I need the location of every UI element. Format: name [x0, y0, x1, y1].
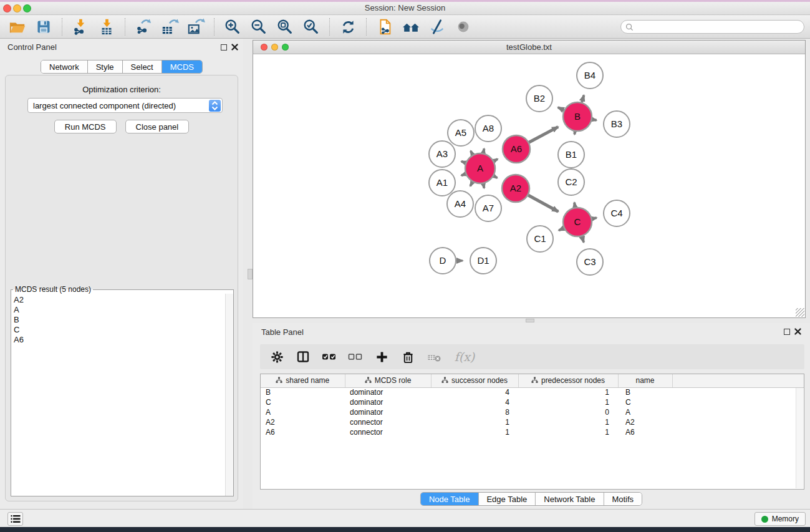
edge-B-B1[interactable] — [574, 132, 575, 135]
node-A7[interactable]: A7 — [475, 195, 501, 221]
network-minimize-traffic-light[interactable] — [271, 44, 278, 51]
edge-A-A2[interactable] — [494, 176, 498, 178]
edge-A-A7[interactable] — [483, 183, 484, 188]
edge-A2-C[interactable] — [528, 195, 558, 211]
memory-button[interactable]: Memory — [755, 512, 806, 526]
homes-button[interactable] — [401, 17, 421, 37]
import-network-button[interactable] — [70, 17, 90, 37]
mcds-result-item[interactable]: A6 — [11, 335, 225, 345]
close-traffic-light[interactable] — [3, 4, 11, 12]
export-table-button[interactable] — [160, 17, 180, 37]
run-mcds-button[interactable]: Run MCDS — [54, 120, 117, 133]
select-all-button[interactable] — [321, 349, 337, 365]
table-settings-button[interactable] — [269, 349, 285, 365]
table-scrollbar[interactable] — [796, 388, 803, 488]
column-header-shared-name[interactable]: shared name — [261, 374, 345, 387]
edge-A-A8[interactable] — [483, 148, 484, 153]
table-row[interactable]: Bdominator41B — [261, 387, 804, 397]
node-A8[interactable]: A8 — [475, 115, 501, 142]
node-C[interactable]: C — [563, 208, 592, 236]
mcds-result-item[interactable]: A2 — [11, 295, 225, 305]
edge-C-C4[interactable] — [592, 218, 596, 219]
open-session-button[interactable] — [7, 17, 27, 37]
node-C2[interactable]: C2 — [558, 169, 584, 195]
hide-selected-button[interactable] — [427, 17, 447, 37]
node-A4[interactable]: A4 — [447, 191, 473, 217]
import-table-button[interactable] — [97, 17, 117, 37]
float-panel-icon[interactable] — [221, 44, 227, 51]
node-A1[interactable]: A1 — [429, 170, 455, 196]
mcds-result-item[interactable]: B — [11, 315, 225, 325]
node-A5[interactable]: A5 — [448, 120, 474, 146]
edge-C-C1[interactable] — [559, 228, 564, 231]
network-canvas[interactable]: AA1A2A3A4A5A6A7A8BB1B2B3B4CC1C2C3C4DD1 — [253, 55, 805, 317]
show-panels-button[interactable] — [7, 512, 23, 526]
close-table-panel-icon[interactable] — [794, 327, 802, 336]
node-A[interactable]: A — [465, 153, 495, 183]
node-C1[interactable]: C1 — [527, 226, 553, 252]
zoom-selected-button[interactable] — [301, 17, 321, 37]
tab-network-table[interactable]: Network Table — [536, 493, 604, 505]
node-D1[interactable]: D1 — [470, 248, 496, 274]
tab-motifs[interactable]: Motifs — [604, 493, 642, 505]
show-hidden-button[interactable] — [453, 17, 473, 37]
export-image-button[interactable] — [186, 17, 206, 37]
deselect-all-button[interactable] — [347, 349, 364, 365]
node-A6[interactable]: A6 — [503, 135, 530, 163]
node-B3[interactable]: B3 — [604, 111, 630, 137]
network-zoom-traffic-light[interactable] — [282, 44, 289, 51]
edge-C-C3[interactable] — [582, 236, 584, 243]
zoom-in-button[interactable] — [223, 17, 243, 37]
node-A2[interactable]: A2 — [502, 175, 529, 202]
column-header-MCDS-role[interactable]: MCDS role — [345, 374, 431, 387]
table-row[interactable]: Cdominator41C — [261, 397, 804, 407]
delete-column-button[interactable] — [400, 349, 416, 365]
node-B2[interactable]: B2 — [526, 85, 552, 112]
node-D[interactable]: D — [430, 248, 456, 274]
edge-A-A1[interactable] — [461, 174, 466, 176]
close-panel-button[interactable]: Close panel — [125, 120, 190, 133]
tab-mcds[interactable]: MCDS — [162, 60, 202, 73]
node-C3[interactable]: C3 — [577, 249, 603, 275]
close-panel-icon[interactable] — [231, 43, 239, 51]
column-header-name[interactable]: name — [618, 374, 672, 387]
search-field[interactable] — [620, 20, 804, 34]
tab-node-table[interactable]: Node Table — [421, 493, 479, 505]
horizontal-splitter-handle[interactable] — [526, 319, 534, 322]
column-header-successor-nodes[interactable]: successor nodes — [431, 374, 518, 387]
zoom-traffic-light[interactable] — [23, 4, 31, 12]
tab-style[interactable]: Style — [88, 60, 123, 73]
tab-edge-table[interactable]: Edge Table — [478, 493, 536, 505]
search-input[interactable] — [637, 22, 804, 32]
table-row[interactable]: A6connector11A6 — [261, 427, 804, 437]
minimize-traffic-light[interactable] — [13, 4, 21, 12]
create-column-button[interactable] — [374, 349, 390, 365]
mcds-result-item[interactable]: A — [11, 305, 225, 315]
edge-A-A4[interactable] — [470, 182, 473, 186]
edge-A6-B[interactable] — [529, 127, 558, 142]
tab-select[interactable]: Select — [123, 60, 162, 73]
edge-A-A5[interactable] — [471, 151, 473, 155]
node-A3[interactable]: A3 — [429, 141, 455, 167]
mcds-result-item[interactable]: C — [11, 325, 225, 335]
function-builder-button[interactable]: f(x) — [452, 349, 477, 365]
edge-A-A3[interactable] — [461, 162, 466, 163]
vertical-splitter-handle[interactable] — [248, 269, 253, 279]
edge-B-B4[interactable] — [582, 95, 584, 102]
show-column-panel-button[interactable] — [295, 349, 311, 365]
edge-A-A6[interactable] — [494, 159, 498, 161]
float-table-panel-icon[interactable] — [784, 329, 790, 335]
save-session-button[interactable] — [34, 17, 54, 37]
edge-B-B3[interactable] — [592, 119, 597, 120]
edge-C-C2[interactable] — [574, 203, 575, 208]
network-close-traffic-light[interactable] — [261, 44, 268, 51]
column-header-predecessor-nodes[interactable]: predecessor nodes — [518, 374, 618, 387]
node-B[interactable]: B — [563, 102, 592, 131]
zoom-out-button[interactable] — [249, 17, 269, 37]
table-row[interactable]: A2connector11A2 — [261, 417, 804, 427]
export-network-button[interactable] — [133, 17, 153, 37]
network-file-button[interactable] — [375, 17, 395, 37]
mcds-list-scrollbar[interactable] — [225, 294, 233, 496]
criterion-select[interactable]: largest connected component (directed) — [27, 98, 223, 113]
refresh-button[interactable] — [338, 17, 358, 37]
